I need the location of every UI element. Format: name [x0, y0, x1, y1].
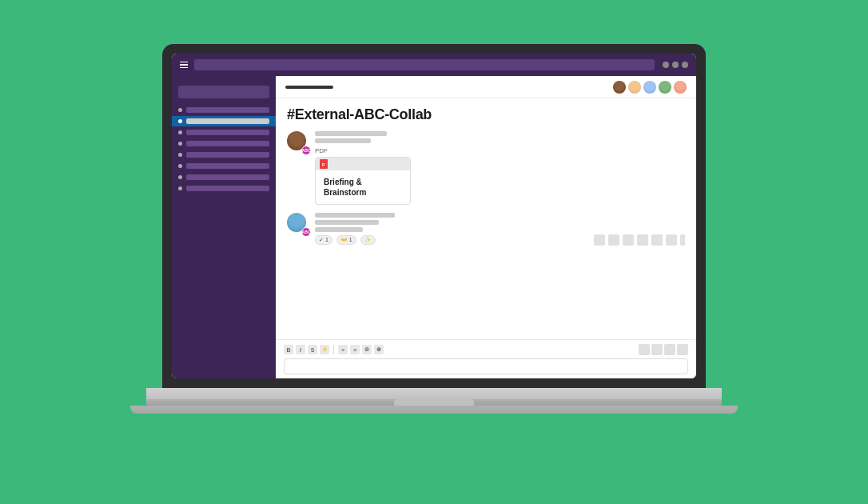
- toolbar-quote[interactable]: ⊘: [362, 345, 372, 354]
- channel-avatars: [613, 81, 687, 94]
- pdf-card[interactable]: P Briefing &Brainstorm: [315, 157, 411, 205]
- message-1: ABC PDF: [287, 131, 685, 205]
- toolbar-right-3[interactable]: [664, 344, 675, 355]
- app-body: #External-ABC-Collab ABC: [172, 76, 696, 378]
- channel-header: [276, 76, 696, 98]
- toolbar-right-actions: [639, 344, 688, 355]
- channel-header-bar: [285, 86, 333, 89]
- toolbar-link[interactable]: ⚡: [320, 345, 329, 354]
- toolbar-bold[interactable]: B: [284, 345, 293, 354]
- sidebar: [172, 76, 276, 378]
- sidebar-dot-4: [178, 142, 182, 146]
- channel-avatar-4: [659, 81, 671, 94]
- title-search-bar[interactable]: [194, 59, 655, 70]
- window-controls: [663, 62, 688, 68]
- sidebar-item-1[interactable]: [172, 105, 276, 115]
- sidebar-search[interactable]: [178, 86, 269, 98]
- title-bar: [172, 54, 696, 76]
- channel-avatar-1: [613, 81, 626, 94]
- message-reactions: ✓ 1 👐 1 ✨: [315, 234, 685, 246]
- message-1-content: PDF P: [315, 131, 685, 205]
- channel-avatar-5: [674, 81, 687, 94]
- action-icon-4[interactable]: [637, 234, 648, 246]
- sidebar-item-6[interactable]: [172, 161, 276, 171]
- msg-line-2: [315, 138, 371, 143]
- message-2: ABC ✓ 1 👐 1: [287, 213, 685, 246]
- message-2-content: ✓ 1 👐 1 ✨: [315, 213, 685, 246]
- toolbar-right-1[interactable]: [639, 344, 650, 355]
- toolbar-italic[interactable]: I: [296, 345, 305, 354]
- dot-1: [663, 62, 669, 68]
- sidebar-item-4[interactable]: [172, 138, 276, 149]
- sidebar-item-3[interactable]: [172, 127, 276, 138]
- sidebar-dot-3: [178, 130, 182, 134]
- action-icon-2[interactable]: [608, 234, 619, 246]
- laptop-notch: [394, 399, 474, 406]
- sidebar-item-5[interactable]: [172, 150, 276, 160]
- toolbar-list-1[interactable]: ≡: [338, 345, 348, 354]
- toolbar-code[interactable]: ⊕: [374, 345, 384, 354]
- sidebar-dot-5: [178, 153, 182, 157]
- channel-avatar-3: [643, 81, 656, 94]
- channel-avatar-2: [628, 81, 641, 94]
- hamburger-icon[interactable]: [180, 62, 188, 69]
- sidebar-bar-6: [186, 163, 269, 169]
- toolbar-right-2[interactable]: [651, 344, 663, 355]
- sidebar-bar-7: [186, 174, 269, 180]
- action-icon-1[interactable]: [594, 234, 605, 246]
- action-icon-6[interactable]: [666, 234, 677, 246]
- sidebar-item-2-active[interactable]: [172, 116, 276, 126]
- message-2-text: [315, 213, 685, 232]
- toolbar-sep-1: [333, 345, 334, 354]
- sidebar-dot-1: [178, 108, 182, 112]
- channel-body: #External-ABC-Collab ABC: [276, 98, 696, 339]
- sidebar-dot-7: [178, 175, 182, 179]
- app-window: #External-ABC-Collab ABC: [172, 54, 696, 378]
- toolbar-strike[interactable]: S: [308, 345, 317, 354]
- sidebar-item-7[interactable]: [172, 172, 276, 182]
- avatar-badge-1: ABC: [301, 146, 311, 155]
- pdf-attachment: PDF P: [315, 147, 685, 205]
- message-actions: [594, 234, 685, 246]
- sidebar-dot-8: [178, 186, 182, 190]
- sidebar-bar-5: [186, 152, 269, 158]
- sidebar-bar-2: [186, 118, 269, 124]
- laptop-screen: #External-ABC-Collab ABC: [162, 44, 706, 388]
- laptop-wrapper: #External-ABC-Collab ABC: [146, 44, 722, 460]
- msg-line-4: [315, 220, 379, 225]
- sidebar-item-8[interactable]: [172, 183, 276, 194]
- laptop-foot: [130, 406, 738, 414]
- message-1-avatar: ABC: [287, 131, 309, 154]
- sidebar-dot-2: [178, 119, 182, 123]
- sidebar-bar-4: [186, 141, 269, 146]
- channel-name: #External-ABC-Collab: [287, 106, 685, 123]
- message-2-avatar: ABC: [287, 213, 309, 235]
- editor-toolbar: B I S ⚡ ≡ ≡ ⊘ ⊕: [284, 344, 688, 355]
- sidebar-bar-8: [186, 186, 269, 191]
- action-icon-more[interactable]: [680, 234, 685, 246]
- sidebar-bar-3: [186, 130, 269, 135]
- action-icon-5[interactable]: [651, 234, 663, 246]
- reaction-hands[interactable]: 👐 1: [336, 235, 356, 245]
- reaction-sparkle[interactable]: ✨: [360, 235, 376, 245]
- sidebar-dot-6: [178, 164, 182, 168]
- message-input[interactable]: [284, 358, 688, 374]
- avatar-badge-2: ABC: [301, 227, 311, 237]
- pdf-card-title: Briefing &Brainstorm: [316, 170, 410, 204]
- main-content: #External-ABC-Collab ABC: [276, 76, 696, 378]
- sidebar-items-list: [172, 105, 276, 194]
- msg-line-5: [315, 227, 363, 232]
- pdf-card-header: P: [316, 158, 410, 170]
- laptop-base: [146, 388, 722, 406]
- action-icon-3[interactable]: [623, 234, 634, 246]
- toolbar-right-4[interactable]: [677, 344, 688, 355]
- toolbar-list-2[interactable]: ≡: [350, 345, 360, 354]
- sidebar-bar-1: [186, 107, 269, 113]
- message-1-text: [315, 131, 685, 143]
- msg-line-1: [315, 131, 387, 136]
- editor-area: B I S ⚡ ≡ ≡ ⊘ ⊕: [276, 339, 696, 378]
- dot-2: [672, 62, 679, 68]
- reaction-checkmark[interactable]: ✓ 1: [315, 235, 332, 245]
- dot-3: [682, 62, 688, 68]
- pdf-label: PDF: [315, 147, 685, 154]
